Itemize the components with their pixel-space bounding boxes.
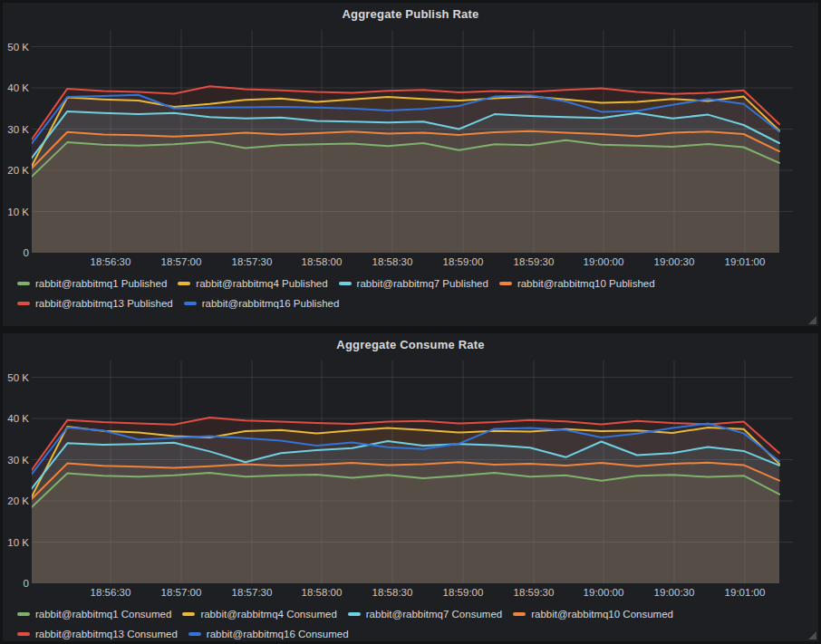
x-axis-tick-label: 19:00:00 [584, 587, 624, 598]
x-axis-tick-label: 19:00:30 [654, 587, 695, 598]
y-axis: 50 K40 K30 K20 K10 K0 [3, 360, 32, 583]
series-color-swatch-icon [17, 302, 30, 305]
y-axis-tick-label: 10 K [7, 536, 29, 549]
y-axis-tick-label: 30 K [7, 123, 29, 136]
series-color-swatch-icon [339, 282, 352, 285]
legend-item-rabbitmq16-published[interactable]: rabbit@rabbitmq16 Published [184, 294, 340, 312]
y-axis-tick-label: 20 K [7, 495, 29, 507]
x-axis-tick-label: 19:00:00 [584, 256, 624, 267]
x-axis: 18:56:3018:57:0018:57:3018:58:0018:58:30… [3, 253, 818, 273]
y-axis-tick-label: 50 K [7, 41, 29, 53]
series-color-swatch-icon [17, 612, 30, 616]
x-axis-tick-label: 18:58:30 [372, 256, 413, 267]
legend-label: rabbit@rabbitmq16 Consumed [207, 629, 349, 639]
series-color-swatch-icon [17, 632, 30, 636]
graph-canvas[interactable] [32, 30, 793, 253]
legend-item-rabbitmq1-consumed[interactable]: rabbit@rabbitmq1 Consumed [17, 605, 171, 623]
legend-label: rabbit@rabbitmq13 Consumed [35, 629, 178, 639]
x-axis-tick-label: 18:59:00 [443, 256, 484, 267]
plot-area: 50 K40 K30 K20 K10 K0 [3, 360, 818, 583]
panel-title[interactable]: Aggregate Publish Rate [3, 3, 818, 26]
panel-resize-handle-icon[interactable] [808, 631, 816, 639]
x-axis-tick-label: 18:57:30 [232, 256, 273, 267]
legend-item-rabbitmq10-consumed[interactable]: rabbit@rabbitmq10 Consumed [513, 605, 673, 623]
x-axis-tick-label: 19:01:00 [725, 256, 766, 267]
x-axis-tick-label: 18:57:30 [232, 587, 273, 598]
legend-item-rabbitmq10-published[interactable]: rabbit@rabbitmq10 Published [499, 274, 655, 293]
panel-aggregate-publish-rate: Aggregate Publish Rate 50 K40 K30 K20 K1… [3, 3, 818, 326]
y-axis-tick-label: 40 K [7, 82, 29, 94]
legend-label: rabbit@rabbitmq7 Consumed [366, 609, 502, 620]
series-color-swatch-icon [188, 632, 201, 636]
x-axis-tick-label: 19:00:30 [654, 256, 695, 267]
legend-label: rabbit@rabbitmq16 Published [202, 298, 340, 309]
legend-label: rabbit@rabbitmq4 Consumed [200, 609, 336, 620]
legend-label: rabbit@rabbitmq1 Published [35, 278, 167, 289]
series-color-swatch-icon [178, 282, 190, 285]
legend: rabbit@rabbitmq1 Consumedrabbit@rabbitmq… [3, 603, 818, 641]
series-color-swatch-icon [182, 612, 195, 616]
x-axis-tick-label: 18:59:00 [443, 587, 484, 598]
x-axis-tick-label: 18:58:00 [302, 256, 343, 267]
x-axis-tick-label: 18:57:00 [161, 256, 202, 267]
series-color-swatch-icon [17, 282, 30, 285]
x-axis-tick-label: 18:58:30 [372, 587, 413, 598]
y-axis: 50 K40 K30 K20 K10 K0 [3, 30, 32, 253]
legend-label: rabbit@rabbitmq10 Published [517, 278, 655, 289]
x-axis-tick-label: 18:58:00 [302, 587, 343, 598]
x-axis-tick-label: 18:59:30 [514, 587, 555, 598]
legend-label: rabbit@rabbitmq4 Published [196, 278, 327, 289]
panel-title[interactable]: Aggregate Consume Rate [3, 333, 818, 357]
series-color-swatch-icon [184, 302, 197, 305]
x-axis-tick-label: 18:56:30 [91, 256, 131, 267]
panel-resize-handle-icon[interactable] [808, 316, 816, 324]
graph-canvas[interactable] [32, 360, 793, 583]
legend-item-rabbitmq7-consumed[interactable]: rabbit@rabbitmq7 Consumed [348, 605, 502, 623]
legend-item-rabbitmq13-published[interactable]: rabbit@rabbitmq13 Published [17, 294, 173, 312]
y-axis-tick-label: 40 K [7, 412, 29, 425]
series-color-swatch-icon [499, 282, 512, 285]
legend-label: rabbit@rabbitmq7 Published [357, 278, 488, 289]
legend: rabbit@rabbitmq1 Publishedrabbit@rabbitm… [3, 273, 818, 312]
legend-item-rabbitmq13-consumed[interactable]: rabbit@rabbitmq13 Consumed [17, 625, 178, 641]
legend-item-rabbitmq16-consumed[interactable]: rabbit@rabbitmq16 Consumed [188, 625, 349, 641]
legend-label: rabbit@rabbitmq1 Consumed [35, 609, 171, 620]
panel-aggregate-consume-rate: Aggregate Consume Rate 50 K40 K30 K20 K1… [3, 333, 818, 641]
legend-label: rabbit@rabbitmq10 Consumed [531, 609, 673, 620]
x-axis-tick-label: 19:01:00 [725, 587, 766, 598]
plot-area: 50 K40 K30 K20 K10 K0 [3, 30, 818, 253]
series-area-rabbitmq16-published [32, 95, 779, 253]
series-color-swatch-icon [513, 612, 526, 616]
x-axis-tick-label: 18:56:30 [91, 587, 131, 598]
x-axis-tick-label: 18:57:00 [161, 587, 202, 598]
y-axis-tick-label: 50 K [7, 371, 29, 384]
legend-item-rabbitmq1-published[interactable]: rabbit@rabbitmq1 Published [17, 274, 167, 293]
series-color-swatch-icon [348, 612, 361, 616]
y-axis-tick-label: 20 K [7, 164, 29, 177]
legend-item-rabbitmq4-published[interactable]: rabbit@rabbitmq4 Published [178, 274, 327, 293]
y-axis-tick-label: 30 K [7, 454, 29, 466]
x-axis-tick-label: 18:59:30 [514, 256, 555, 267]
legend-item-rabbitmq7-published[interactable]: rabbit@rabbitmq7 Published [339, 274, 488, 293]
y-axis-tick-label: 10 K [7, 206, 29, 218]
legend-item-rabbitmq4-consumed[interactable]: rabbit@rabbitmq4 Consumed [182, 605, 336, 623]
legend-label: rabbit@rabbitmq13 Published [35, 298, 173, 309]
x-axis: 18:56:3018:57:0018:57:3018:58:0018:58:30… [3, 583, 818, 603]
